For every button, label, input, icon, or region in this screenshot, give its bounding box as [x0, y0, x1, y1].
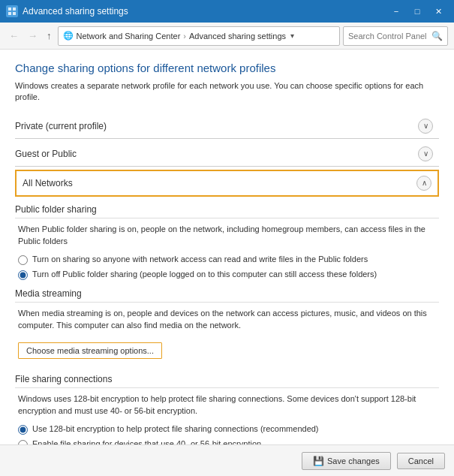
minimize-button[interactable]: − — [386, 4, 406, 19]
all-networks-section-label: All Networks — [23, 178, 73, 188]
public-folder-option-on: Turn on sharing so anyone with network a… — [15, 254, 439, 265]
address-bar: 🌐 Network and Sharing Center › Advanced … — [58, 26, 341, 46]
maximize-button[interactable]: □ — [407, 4, 427, 19]
svg-rect-0 — [8, 8, 11, 11]
title-bar-controls: − □ ✕ — [386, 4, 448, 19]
guest-public-section-label: Guest or Public — [15, 149, 77, 159]
public-folder-label-off: Turn off Public folder sharing (people l… — [32, 269, 377, 280]
breadcrumb-root[interactable]: Network and Sharing Center — [77, 32, 181, 41]
private-section-header[interactable]: Private (current profile) ∨ — [15, 114, 439, 139]
title-bar-title: Advanced sharing settings — [23, 6, 128, 17]
file-sharing-title: File sharing connections — [15, 374, 439, 388]
breadcrumb-sep: › — [183, 32, 186, 41]
save-icon: 💾 — [313, 456, 324, 466]
all-networks-section-arrow: ∧ — [416, 176, 431, 191]
private-section-label: Private (current profile) — [15, 121, 107, 131]
public-folder-desc: When Public folder sharing is on, people… — [15, 223, 439, 248]
svg-rect-2 — [8, 12, 11, 15]
file-sharing-label-128: Use 128-bit encryption to help protect f… — [32, 423, 319, 435]
search-input[interactable] — [348, 32, 431, 41]
bottom-bar: 💾 Save changes Cancel — [0, 444, 454, 476]
title-bar: Advanced sharing settings − □ ✕ — [0, 0, 454, 23]
close-button[interactable]: ✕ — [428, 4, 448, 19]
back-button[interactable]: ← — [6, 29, 22, 43]
breadcrumb: Network and Sharing Center › Advanced sh… — [77, 32, 287, 41]
forward-button[interactable]: → — [25, 29, 41, 43]
svg-rect-3 — [13, 12, 16, 15]
all-networks-section-header[interactable]: All Networks ∧ — [15, 170, 439, 197]
public-folder-option-off: Turn off Public folder sharing (people l… — [15, 269, 439, 280]
search-box: 🔍 — [343, 26, 448, 46]
save-changes-button[interactable]: 💾 Save changes — [302, 452, 391, 470]
up-button[interactable]: ↑ — [44, 29, 55, 43]
public-folder-radio-off[interactable] — [18, 270, 28, 280]
file-sharing-desc: Windows uses 128-bit encryption to help … — [15, 393, 439, 417]
save-changes-label: Save changes — [327, 456, 380, 465]
page-description: Windows creates a separate network profi… — [15, 80, 439, 104]
media-streaming-button[interactable]: Choose media streaming options... — [18, 342, 162, 359]
title-bar-left: Advanced sharing settings — [6, 5, 128, 17]
guest-public-section-header[interactable]: Guest or Public ∨ — [15, 142, 439, 167]
content-area: Change sharing options for different net… — [0, 50, 454, 476]
file-sharing-option-128: Use 128-bit encryption to help protect f… — [15, 423, 439, 435]
address-dropdown-button[interactable]: ▾ — [289, 32, 296, 40]
media-streaming-desc: When media streaming is on, people and d… — [15, 307, 439, 332]
media-streaming-title: Media streaming — [15, 288, 439, 303]
breadcrumb-current: Advanced sharing settings — [189, 32, 286, 41]
public-folder-label-on: Turn on sharing so anyone with network a… — [32, 254, 368, 265]
search-icon: 🔍 — [431, 31, 443, 41]
window-icon — [6, 5, 18, 17]
page-title: Change sharing options for different net… — [15, 62, 439, 74]
public-folder-title: Public folder sharing — [15, 204, 439, 218]
nav-bar: ← → ↑ 🌐 Network and Sharing Center › Adv… — [0, 23, 454, 50]
svg-rect-1 — [13, 8, 16, 11]
file-sharing-radio-128[interactable] — [18, 425, 28, 435]
cancel-button[interactable]: Cancel — [397, 453, 445, 469]
public-folder-radio-on[interactable] — [18, 255, 28, 265]
network-icon: 🌐 — [63, 31, 74, 41]
private-section-arrow: ∨ — [418, 119, 433, 134]
guest-public-section-arrow: ∨ — [418, 146, 433, 161]
